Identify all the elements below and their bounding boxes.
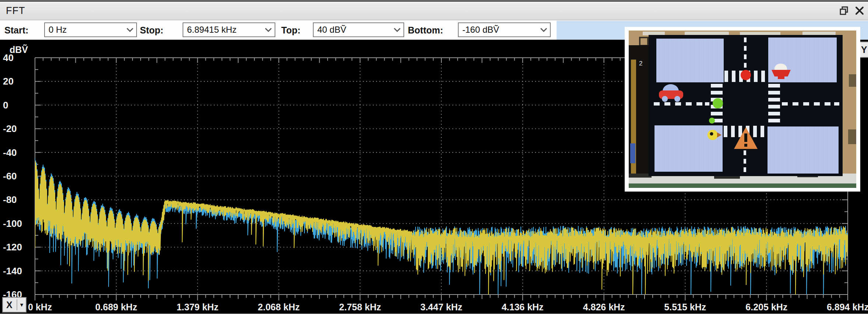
svg-text:2.758 kHz: 2.758 kHz xyxy=(339,302,381,312)
svg-text:5.515 kHz: 5.515 kHz xyxy=(664,302,706,312)
svg-text:20: 20 xyxy=(3,76,14,87)
small-green-dot-icon xyxy=(709,118,715,124)
svg-text:-140: -140 xyxy=(3,265,22,276)
pcb-silkscreen-label: 2 xyxy=(639,60,642,67)
svg-text:1.379 kHz: 1.379 kHz xyxy=(177,302,219,312)
y-axis-labels: 40200-20-40-60-80-100-120-140-160 xyxy=(3,52,22,300)
svg-text:2.068 kHz: 2.068 kHz xyxy=(258,302,300,312)
svg-text:-120: -120 xyxy=(3,242,22,253)
svg-text:0 kHz: 0 kHz xyxy=(28,302,52,312)
svg-text:-100: -100 xyxy=(3,218,22,229)
traffic-light-red-icon xyxy=(741,70,751,80)
svg-text:0.689 kHz: 0.689 kHz xyxy=(95,302,137,312)
svg-text:4.826 kHz: 4.826 kHz xyxy=(583,302,625,312)
svg-text:4.136 kHz: 4.136 kHz xyxy=(502,302,544,312)
svg-text:-80: -80 xyxy=(3,194,17,205)
fft-window: FFT Start: 0 Hz Stop: 6.89415 kHz xyxy=(0,0,868,314)
svg-text:6.205 kHz: 6.205 kHz xyxy=(745,302,787,312)
svg-text:6.894 kHz: 6.894 kHz xyxy=(827,302,868,312)
svg-text:-20: -20 xyxy=(3,123,17,134)
x-axis-button-label: X xyxy=(3,300,16,310)
y-axis-unit: dBṼ xyxy=(10,44,28,55)
x-axis-button[interactable]: X ▼ xyxy=(2,297,27,313)
traffic-light-green-icon xyxy=(713,98,723,108)
road-dash-vertical-bottom xyxy=(744,150,746,172)
y-axis-button-label: Y xyxy=(861,44,867,55)
svg-text:0: 0 xyxy=(3,100,8,111)
divider xyxy=(17,299,17,310)
lcd-screen xyxy=(649,35,843,176)
svg-text:-60: -60 xyxy=(3,171,17,182)
svg-text:3.447 kHz: 3.447 kHz xyxy=(420,302,462,312)
x-axis-labels: 0 kHz0.689 kHz1.379 kHz2.068 kHz2.758 kH… xyxy=(28,302,868,312)
lcd-photo-inset: 2 xyxy=(625,27,860,192)
dropdown-arrow-icon: ▼ xyxy=(18,302,24,308)
svg-text:-40: -40 xyxy=(3,147,17,158)
